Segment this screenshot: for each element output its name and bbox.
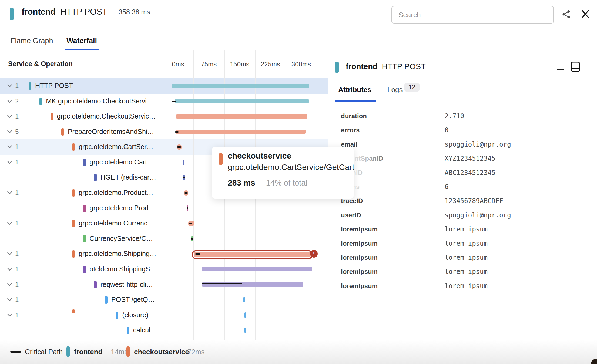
close-icon[interactable]: [580, 9, 591, 20]
service-color-pill: [72, 220, 75, 227]
span-row[interactable]: CurrencyService/C…: [0, 231, 328, 247]
critical-path-mark: [191, 238, 193, 240]
tab-flame-graph[interactable]: Flame Graph: [9, 35, 55, 47]
child-span-count: 1: [15, 220, 19, 227]
attribute-row: userIDspoggioli@npr.org: [328, 208, 597, 222]
span-row[interactable]: 1grpc.oteldemo.CheckoutServic…: [0, 109, 328, 124]
legend-checkoutservice-duration: 72ms: [187, 348, 205, 356]
span-bar[interactable]: [176, 130, 306, 134]
span-bar[interactable]: [172, 84, 309, 88]
span-name: grpc.oteldemo.CartSer…: [79, 143, 153, 151]
attribute-value: lorem ipsum: [445, 282, 488, 290]
attribute-key: loremIpsum: [341, 254, 378, 261]
span-bar[interactable]: [244, 328, 246, 333]
chevron-down-icon: [7, 84, 12, 88]
collapse-chevron[interactable]: [7, 114, 12, 118]
time-tick-label: 300ms: [291, 60, 311, 68]
legend-checkoutservice-pill: [126, 346, 130, 357]
time-tick-label: 75ms: [201, 60, 217, 68]
collapse-chevron[interactable]: [7, 99, 12, 103]
chevron-down-icon: [7, 267, 12, 271]
dock-panel-icon[interactable]: [571, 62, 580, 72]
span-timeline-cell: [163, 308, 328, 323]
chevron-down-icon: [7, 99, 12, 103]
child-span-count: 1: [15, 189, 19, 197]
span-rows: 1HTTP POST2MK grpc.oteldemo.CheckoutServ…: [0, 78, 328, 340]
service-color-pill: [83, 159, 86, 166]
minimize-icon[interactable]: [556, 67, 565, 72]
error-badge-icon: !: [310, 250, 318, 258]
span-row[interactable]: 1grpc.oteldemo.Shipping…!: [0, 246, 328, 262]
chevron-down-icon: [7, 130, 12, 134]
collapse-chevron[interactable]: [7, 145, 12, 149]
span-row[interactable]: 1(closure): [0, 308, 328, 323]
service-color-pill: [105, 296, 108, 304]
collapse-chevron[interactable]: [7, 313, 12, 317]
collapse-chevron[interactable]: [7, 191, 12, 195]
span-row[interactable]: 1reqwest-http-cli…: [0, 277, 328, 292]
child-span-count: 1: [15, 82, 19, 90]
span-row[interactable]: 1HTTP POST: [0, 78, 328, 94]
span-bar[interactable]: [176, 114, 307, 119]
trace-header: frontend HTTP POST 358.38 ms: [0, 0, 597, 32]
span-name: grpc.oteldemo.Shipping…: [79, 250, 156, 258]
search-input[interactable]: [391, 6, 554, 24]
span-row[interactable]: grpc.oteldemo.Prod…: [0, 201, 328, 216]
collapse-chevron[interactable]: [7, 252, 12, 256]
span-bar[interactable]: [243, 297, 245, 302]
critical-path-label: Critical Path: [25, 348, 63, 356]
operation-name: HTTP POST: [61, 7, 107, 17]
span-timeline-cell: [163, 262, 328, 277]
span-row[interactable]: 5PrepareOrderItemsAndShi…: [0, 124, 328, 140]
trace-viewer: frontend HTTP POST 358.38 ms Flame Graph…: [0, 0, 597, 364]
span-timeline-cell: [163, 109, 328, 124]
span-bar[interactable]: [175, 99, 309, 103]
collapse-chevron[interactable]: [7, 221, 12, 225]
span-bar[interactable]: [244, 312, 246, 318]
span-row[interactable]: 1oteldemo.ShippingS…: [0, 262, 328, 277]
service-color-pill: [83, 205, 86, 212]
minimize-icon-glyph: [557, 68, 565, 71]
error-span-bar[interactable]: [192, 250, 313, 259]
span-name: grpc.oteldemo.CheckoutServic…: [57, 112, 156, 120]
collapse-chevron[interactable]: [7, 84, 12, 88]
attribute-row: duration2.710: [328, 109, 597, 123]
tab-waterfall[interactable]: Waterfall: [65, 35, 99, 47]
collapse-chevron[interactable]: [7, 298, 12, 302]
service-color-pill: [83, 235, 86, 242]
chevron-down-icon: [7, 191, 12, 195]
tabs-divider: [328, 102, 597, 102]
span-bar[interactable]: [202, 267, 312, 271]
collapse-chevron[interactable]: [7, 283, 12, 287]
error-span-fill: [194, 252, 311, 257]
time-tick-label: 225ms: [261, 60, 280, 68]
tab-logs[interactable]: Logs: [386, 85, 404, 94]
critical-path-mark: [187, 207, 188, 209]
span-row[interactable]: 1grpc.oteldemo.Currenc…: [0, 216, 328, 231]
collapse-chevron[interactable]: [7, 130, 12, 134]
span-row[interactable]: calcul…: [0, 323, 328, 338]
critical-path-segment: [175, 131, 179, 133]
collapse-chevron[interactable]: [7, 160, 12, 164]
legend-checkoutservice-label: checkoutservice: [134, 348, 189, 356]
critical-path-swatch: [10, 351, 21, 353]
critical-path-segment: [189, 223, 192, 224]
attribute-key: duration: [341, 112, 367, 120]
chevron-down-icon: [7, 313, 12, 317]
critical-path-segment: [195, 253, 200, 255]
chevron-down-icon: [7, 221, 12, 225]
panel-bottom-border: [0, 340, 597, 340]
service-color-pill: [29, 82, 31, 90]
span-row[interactable]: 1POST /getQ…: [0, 292, 328, 308]
legend-bar: Critical Path frontend 14ms checkoutserv…: [0, 340, 597, 364]
tab-attributes[interactable]: Attributes: [337, 85, 373, 94]
child-span-count: 1: [15, 143, 19, 151]
span-tooltip: checkoutservice grpc.oteldemo.CartServic…: [212, 147, 354, 199]
span-timeline-cell: [163, 231, 328, 247]
span-timeline-cell: [163, 78, 328, 94]
span-row[interactable]: 2MK grpc.oteldemo.CheckoutServi…: [0, 94, 328, 109]
collapse-chevron[interactable]: [7, 267, 12, 271]
share-icon[interactable]: [561, 9, 572, 20]
span-bar[interactable]: [183, 160, 184, 165]
attribute-value: lorem ipsum: [445, 254, 488, 261]
